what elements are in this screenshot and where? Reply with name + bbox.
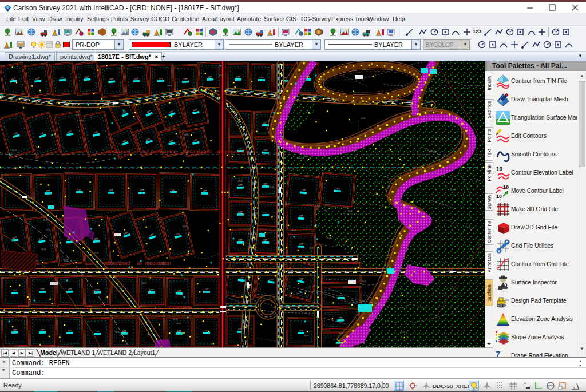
- svg-text:LOT: LOT: [60, 76, 65, 79]
- svg-text:38.48: 38.48: [46, 229, 51, 231]
- svg-text:38.48: 38.48: [22, 316, 27, 318]
- svg-text:LOT: LOT: [95, 288, 100, 291]
- svg-text:38.48: 38.48: [400, 331, 405, 334]
- svg-text:38.48: 38.48: [326, 237, 331, 239]
- svg-text:38.48: 38.48: [285, 203, 290, 205]
- svg-text:LOT: LOT: [13, 328, 17, 331]
- svg-text:LOT: LOT: [264, 239, 268, 241]
- svg-text:38.48: 38.48: [24, 165, 29, 167]
- svg-text:LOT: LOT: [46, 189, 50, 192]
- svg-text:LOT: LOT: [338, 316, 343, 319]
- svg-text:LOT: LOT: [263, 211, 268, 213]
- svg-text:38.48: 38.48: [369, 315, 374, 317]
- svg-text:LOT: LOT: [238, 184, 243, 186]
- svg-text:38.48: 38.48: [446, 159, 452, 161]
- svg-text:LOT: LOT: [40, 288, 45, 290]
- svg-text:LOT: LOT: [239, 211, 243, 213]
- svg-text:38.48: 38.48: [288, 272, 293, 275]
- svg-text:38.48: 38.48: [219, 74, 224, 77]
- svg-text:LOT: LOT: [208, 76, 212, 78]
- svg-text:LOT: LOT: [299, 243, 304, 245]
- svg-text:38.48: 38.48: [303, 155, 308, 157]
- svg-text:38.48: 38.48: [176, 323, 181, 325]
- svg-text:38.48: 38.48: [237, 180, 243, 183]
- svg-text:38.48: 38.48: [347, 210, 353, 212]
- svg-text:LOT: LOT: [122, 330, 127, 332]
- svg-text:38.48: 38.48: [320, 78, 325, 81]
- svg-text:38.48: 38.48: [183, 225, 188, 227]
- svg-text:38.48: 38.48: [339, 332, 344, 335]
- svg-text:38.48: 38.48: [240, 213, 245, 216]
- svg-text:38.48: 38.48: [461, 88, 466, 90]
- svg-text:38.48: 38.48: [41, 248, 46, 250]
- svg-text:LOT: LOT: [94, 237, 98, 240]
- svg-text:LOT: LOT: [159, 77, 163, 80]
- svg-text:LOT: LOT: [172, 188, 176, 191]
- svg-text:38.48: 38.48: [94, 252, 99, 254]
- svg-text:38.48: 38.48: [79, 120, 84, 122]
- svg-text:38.48: 38.48: [141, 282, 146, 284]
- svg-text:38.48: 38.48: [429, 90, 434, 92]
- svg-text:38.48: 38.48: [381, 296, 386, 298]
- svg-text:38.48: 38.48: [76, 114, 81, 117]
- svg-text:LOT: LOT: [109, 189, 114, 192]
- svg-text:38.48: 38.48: [309, 247, 314, 250]
- svg-text:38.48: 38.48: [270, 116, 275, 118]
- svg-text:LOT: LOT: [299, 215, 304, 217]
- svg-text:LOT: LOT: [183, 78, 188, 80]
- svg-text:38.48: 38.48: [304, 335, 309, 337]
- svg-text:38.48: 38.48: [362, 280, 367, 282]
- svg-text:38.48: 38.48: [157, 219, 162, 221]
- svg-text:38.48: 38.48: [469, 107, 474, 109]
- svg-text:LOT: LOT: [177, 290, 182, 292]
- svg-text:LOT: LOT: [68, 329, 72, 331]
- svg-text:38.48: 38.48: [284, 106, 290, 108]
- svg-text:38.48: 38.48: [361, 117, 366, 120]
- svg-text:LOT: LOT: [149, 288, 154, 291]
- svg-text:38.48: 38.48: [248, 233, 253, 235]
- svg-text:LOT: LOT: [263, 121, 268, 124]
- svg-text:38.48: 38.48: [304, 75, 310, 77]
- svg-text:38.48: 38.48: [175, 144, 180, 146]
- svg-text:38.48: 38.48: [184, 134, 189, 136]
- svg-text:LOT: LOT: [302, 189, 306, 192]
- svg-text:LOT: LOT: [78, 188, 82, 191]
- svg-text:LOT: LOT: [336, 187, 340, 190]
- svg-text:38.48: 38.48: [316, 205, 321, 207]
- svg-text:38.48: 38.48: [445, 340, 450, 343]
- svg-text:LOT: LOT: [177, 330, 182, 332]
- svg-text:LOT: LOT: [339, 294, 343, 296]
- svg-text:38.48: 38.48: [448, 269, 453, 271]
- svg-text:38.48: 38.48: [173, 318, 178, 320]
- svg-text:38.48: 38.48: [269, 186, 274, 188]
- svg-text:LOT: LOT: [109, 78, 114, 81]
- svg-text:LOT: LOT: [236, 76, 240, 78]
- svg-text:LOT: LOT: [40, 328, 45, 331]
- svg-text:38.48: 38.48: [167, 85, 172, 87]
- svg-text:38.48: 38.48: [285, 306, 290, 308]
- svg-text:LOT: LOT: [140, 189, 144, 191]
- svg-text:LOT: LOT: [264, 149, 268, 151]
- svg-text:38.48: 38.48: [333, 339, 338, 341]
- svg-text:LOT: LOT: [299, 329, 304, 331]
- svg-text:7: 7: [496, 349, 500, 357]
- svg-text:38.48: 38.48: [12, 149, 17, 152]
- svg-text:abandoned w/ recordat: abandoned w/ recordation abandoned w/ re…: [104, 149, 249, 155]
- svg-text:abandoned w/ recordation: abandoned w/ recordation: [104, 260, 171, 266]
- svg-text:LOT: LOT: [13, 289, 17, 291]
- svg-text:38.48: 38.48: [298, 157, 303, 159]
- svg-text:LOT: LOT: [205, 288, 209, 291]
- svg-text:38.48: 38.48: [63, 259, 68, 261]
- svg-text:LOT: LOT: [238, 239, 243, 241]
- svg-text:38.48: 38.48: [450, 189, 455, 191]
- svg-text:LOT: LOT: [260, 76, 264, 78]
- svg-text:LOT: LOT: [68, 288, 72, 290]
- svg-text:LOT: LOT: [203, 189, 208, 192]
- svg-text:38.48: 38.48: [115, 331, 120, 334]
- svg-text:38.48: 38.48: [43, 219, 48, 221]
- svg-text:38.48: 38.48: [312, 307, 317, 309]
- svg-text:10: 10: [496, 193, 502, 199]
- svg-text:38.48: 38.48: [291, 229, 296, 232]
- svg-text:38.48: 38.48: [430, 150, 435, 152]
- svg-text:10: 10: [503, 184, 509, 190]
